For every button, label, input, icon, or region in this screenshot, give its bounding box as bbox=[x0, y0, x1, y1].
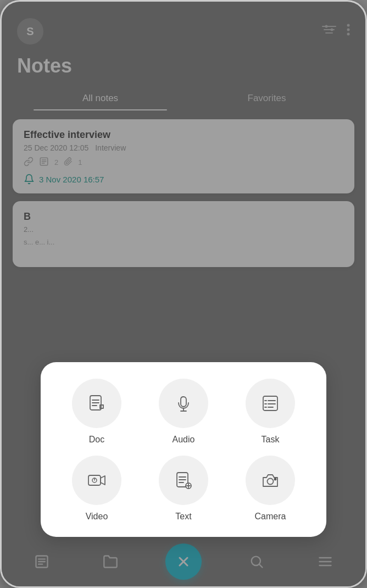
sheet-item-video[interactable]: Video bbox=[56, 456, 137, 522]
doc-icon bbox=[86, 393, 107, 414]
text-label: Text bbox=[175, 512, 191, 522]
svg-rect-18 bbox=[263, 396, 277, 411]
task-label: Task bbox=[262, 435, 280, 445]
video-icon bbox=[86, 470, 107, 491]
sheet-item-task[interactable]: Task bbox=[230, 379, 311, 445]
phone-frame: S bbox=[0, 0, 367, 588]
camera-icon-circle bbox=[246, 456, 295, 505]
audio-icon bbox=[173, 393, 194, 414]
text-icon-circle bbox=[159, 456, 208, 505]
doc-label: Doc bbox=[89, 435, 104, 445]
camera-icon bbox=[260, 470, 281, 491]
task-icon bbox=[260, 393, 281, 414]
task-icon-circle bbox=[246, 379, 295, 428]
text-icon bbox=[173, 470, 194, 491]
svg-point-36 bbox=[275, 479, 276, 480]
doc-icon-circle bbox=[72, 379, 121, 428]
camera-label: Camera bbox=[255, 512, 286, 522]
audio-label: Audio bbox=[173, 435, 195, 445]
video-icon-circle bbox=[72, 456, 121, 505]
svg-point-35 bbox=[268, 479, 274, 485]
audio-icon-circle bbox=[159, 379, 208, 428]
sheet-item-camera[interactable]: Camera bbox=[230, 456, 311, 522]
sheet-item-doc[interactable]: Doc bbox=[56, 379, 137, 445]
sheet-item-audio[interactable]: Audio bbox=[143, 379, 224, 445]
video-label: Video bbox=[86, 512, 108, 522]
bottom-sheet: Doc Audio bbox=[41, 362, 326, 537]
sheet-grid: Doc Audio bbox=[56, 379, 311, 522]
app-background: S bbox=[2, 2, 365, 586]
sheet-item-text[interactable]: Text bbox=[143, 456, 224, 522]
